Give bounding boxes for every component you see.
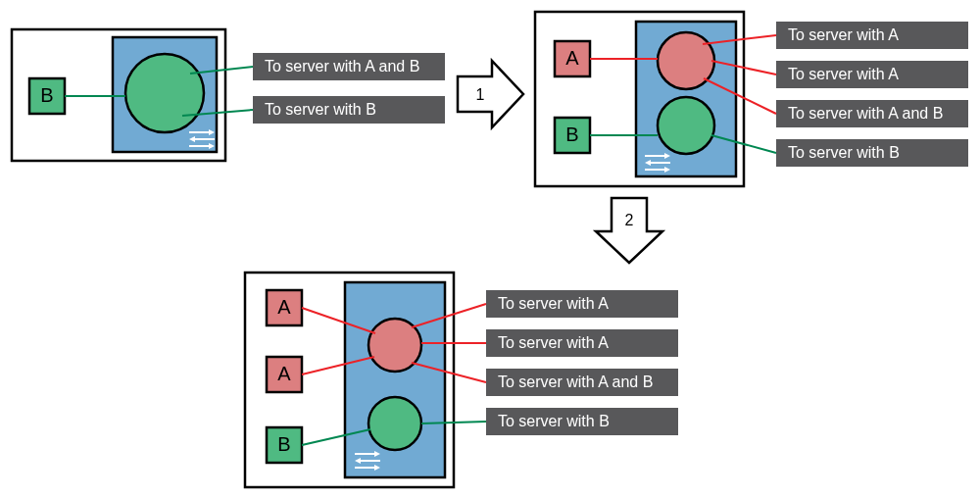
panel-3: A A B To server with A To server with A … — [245, 273, 678, 487]
panel2-circle-green — [658, 97, 714, 154]
panel2-app-a-label: A — [565, 47, 579, 69]
panel3-label-1-text: To server with A — [498, 334, 609, 351]
panel3-app-b-label: B — [277, 433, 290, 455]
panel1-proxy-circle-green — [125, 54, 204, 132]
panel2-circle-red — [658, 32, 714, 89]
panel2-label-1-text: To server with A — [788, 66, 899, 82]
arrow-step-2: 2 — [596, 198, 662, 263]
panel2-label-3-text: To server with B — [788, 144, 900, 161]
svg-marker-6 — [458, 61, 523, 127]
panel2-app-b-label: B — [565, 124, 578, 145]
arrow-step-1-label: 1 — [476, 86, 485, 103]
network-icon — [355, 451, 380, 471]
network-icon — [645, 153, 670, 173]
panel3-label-2-text: To server with A and B — [498, 374, 653, 390]
network-icon — [189, 129, 215, 149]
panel1-app-b-label: B — [40, 84, 53, 106]
panel2-label-2-text: To server with A and B — [788, 105, 943, 122]
panel3-app-a2-label: A — [277, 363, 291, 384]
panel3-app-a1-label: A — [277, 296, 291, 318]
panel3-label-0-text: To server with A — [498, 295, 609, 312]
panel1-label-1-text: To server with B — [265, 101, 376, 118]
arrow-step-1: 1 — [458, 61, 523, 127]
panel3-label-3-text: To server with B — [498, 413, 610, 429]
panel1-label-0-text: To server with A and B — [265, 58, 419, 75]
panel2-label-0-text: To server with A — [788, 26, 899, 43]
panel-1: B To server with A and B To server with … — [12, 29, 445, 161]
arrow-step-2-label: 2 — [625, 212, 634, 228]
panel-2: A B To server with A To server with A To… — [535, 12, 968, 186]
panel3-circle-green — [368, 397, 421, 450]
svg-marker-13 — [596, 198, 662, 263]
